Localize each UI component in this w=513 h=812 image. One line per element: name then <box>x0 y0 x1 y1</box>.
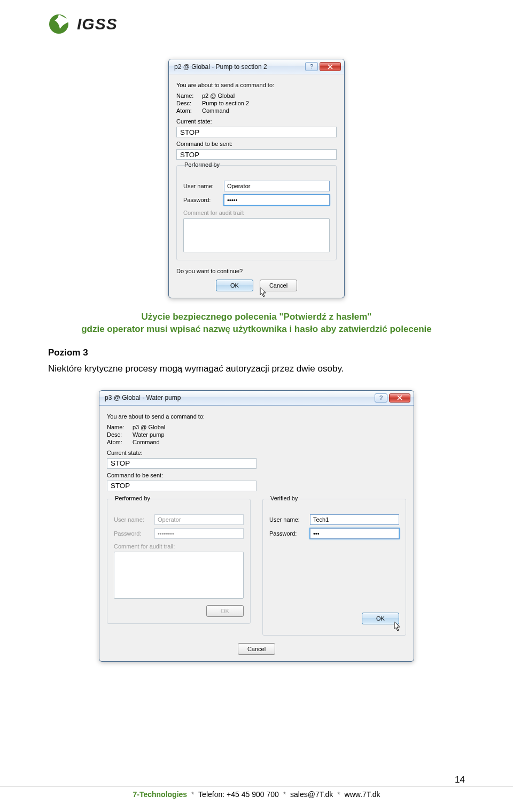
logo-text: IGSS <box>77 15 118 33</box>
titlebar[interactable]: p2 @ Global - Pump to section 2 ? <box>169 59 344 74</box>
performed-by-group: Performed by User name: Password: Commen… <box>176 165 337 260</box>
current-state-label: Current state: <box>107 450 406 456</box>
comment-label: Comment for audit trail: <box>183 210 330 216</box>
current-state-field <box>107 458 256 469</box>
dialog-confirm-password: p2 @ Global - Pump to section 2 ? You ar… <box>168 59 345 298</box>
intro-text: You are about to send a command to: <box>176 82 337 88</box>
atom-label: Atom: <box>107 439 133 445</box>
name-value: p2 @ Global <box>202 92 337 99</box>
name-label: Name: <box>107 424 133 430</box>
section-heading: Poziom 3 <box>48 347 465 358</box>
close-icon[interactable] <box>389 393 410 403</box>
footer-site: www.7T.dk <box>345 790 380 799</box>
window-title: p2 @ Global - Pump to section 2 <box>174 63 304 71</box>
comment-label: Comment for audit trail: <box>114 543 244 550</box>
comment-textarea[interactable] <box>183 218 330 252</box>
performed-by-group: Performed by User name: Password: Commen… <box>107 499 251 624</box>
caption-line1: Użycie bezpiecznego polecenia "Potwierdź… <box>48 311 465 323</box>
verified-password-label: Password: <box>269 530 307 537</box>
footer-phone: +45 45 900 700 <box>227 790 279 799</box>
verified-by-group: Verified by User name: Password: OK <box>262 499 406 636</box>
page-footer: 7-Technologies * Telefon: +45 45 900 700… <box>0 786 513 799</box>
performed-password-input <box>154 528 244 539</box>
desc-value: Water pump <box>133 431 239 438</box>
figure-caption: Użycie bezpiecznego polecenia "Potwierdź… <box>48 311 465 336</box>
ok-button[interactable]: OK <box>216 280 253 291</box>
logo-mark <box>48 11 75 37</box>
password-label: Password: <box>183 197 221 203</box>
name-label: Name: <box>176 92 202 99</box>
close-icon[interactable] <box>320 62 341 71</box>
desc-label: Desc: <box>107 431 133 438</box>
name-value: p3 @ Global <box>133 424 239 430</box>
username-label: User name: <box>183 183 221 189</box>
ok-left-button: OK <box>206 605 244 617</box>
body-text: Niektóre krytyczne procesy mogą wymagać … <box>48 364 465 374</box>
caption-line2: gdzie operator musi wpisać nazwę użytkow… <box>48 323 465 336</box>
footer-email: sales@7T.dk <box>290 790 333 799</box>
command-label: Command to be sent: <box>107 472 406 478</box>
desc-value: Pump to section 2 <box>202 100 337 106</box>
atom-label: Atom: <box>176 107 202 114</box>
dialog-two-person-auth: p3 @ Global - Water pump ? You are about… <box>99 390 414 662</box>
verified-username-input[interactable] <box>310 514 399 525</box>
current-state-field <box>176 127 337 137</box>
cursor-icon <box>394 621 402 633</box>
verified-username-label: User name: <box>269 516 307 523</box>
intro-text: You are about to send a command to: <box>107 413 406 420</box>
footer-phone-label: Telefon: <box>198 790 224 799</box>
comment-textarea <box>114 552 244 599</box>
current-state-label: Current state: <box>176 118 337 125</box>
window-title: p3 @ Global - Water pump <box>105 394 373 401</box>
logo: IGSS <box>48 11 465 37</box>
help-icon[interactable]: ? <box>305 62 318 71</box>
footer-brand: 7-Technologies <box>133 790 187 799</box>
cancel-button[interactable]: Cancel <box>238 643 275 655</box>
page-number: 14 <box>455 775 465 785</box>
password-input[interactable] <box>224 195 330 205</box>
verified-password-input[interactable] <box>310 528 399 539</box>
atom-value: Command <box>202 107 337 114</box>
continue-question: Do you want to continue? <box>176 268 337 274</box>
username-input[interactable] <box>224 181 330 191</box>
desc-label: Desc: <box>176 100 202 106</box>
atom-value: Command <box>133 439 239 445</box>
command-label: Command to be sent: <box>176 141 337 147</box>
command-field <box>176 149 337 160</box>
cursor-icon <box>260 287 268 298</box>
username-label: User name: <box>114 516 151 523</box>
titlebar[interactable]: p3 @ Global - Water pump ? <box>99 391 414 406</box>
help-icon[interactable]: ? <box>375 393 387 403</box>
performed-username-input <box>154 514 244 525</box>
command-field <box>107 481 256 491</box>
password-label: Password: <box>114 530 151 537</box>
